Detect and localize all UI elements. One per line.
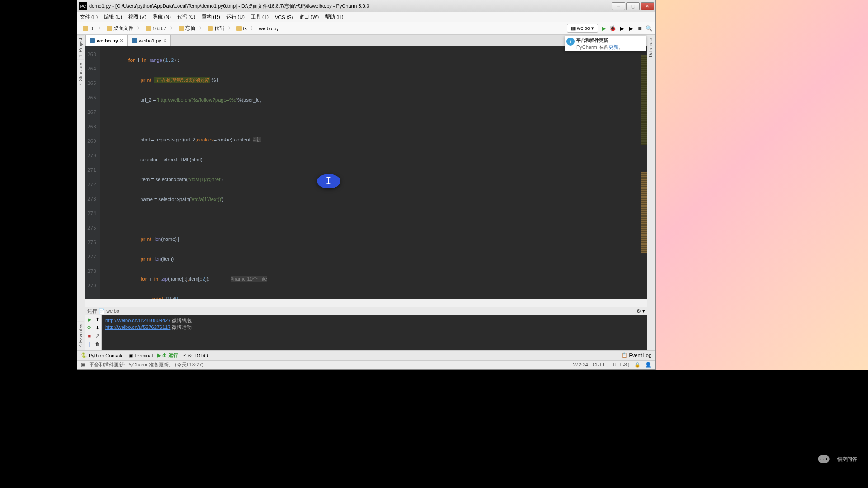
pause-icon[interactable]: ‖ bbox=[85, 340, 94, 348]
line-separator[interactable]: CRLF‡ bbox=[593, 362, 609, 368]
caret-position[interactable]: 272:24 bbox=[573, 362, 588, 368]
run-config-selector[interactable]: ▦ weibo ▾ bbox=[567, 24, 598, 33]
tab-weibo-py[interactable]: weibo.py✕ bbox=[85, 35, 127, 46]
pycharm-window: PC demo1.py - [C:\Users\python\AppData\L… bbox=[77, 0, 656, 370]
menu-bar: 文件 (F) 编辑 (E) 视图 (V) 导航 (N) 代码 (C) 重构 (R… bbox=[77, 12, 655, 22]
crumb-2[interactable]: 16.8.7 bbox=[143, 25, 169, 32]
menu-code[interactable]: 代码 (C) bbox=[177, 14, 195, 20]
terminal-tab[interactable]: ▣Terminal bbox=[128, 352, 153, 358]
up-icon[interactable]: ⬆ bbox=[94, 315, 102, 324]
app-icon: PC bbox=[79, 2, 87, 10]
restart-icon[interactable]: ⟳ bbox=[85, 324, 94, 332]
python-file-icon bbox=[90, 38, 95, 43]
folder-icon bbox=[236, 26, 242, 31]
rerun-icon[interactable]: ▶ bbox=[85, 315, 94, 324]
crumb-3[interactable]: 忘仙 bbox=[176, 24, 198, 33]
run-panel-label: 运行 📄 weibo bbox=[87, 308, 119, 314]
status-message: 平台和插件更新: PyCharm 准备更新。 (今天f 18:27) bbox=[89, 361, 203, 368]
folder-icon bbox=[146, 26, 151, 31]
event-log-tab[interactable]: 📋 Event Log bbox=[621, 352, 651, 358]
folder-icon bbox=[83, 26, 88, 31]
status-bar: ▣ 平台和插件更新: PyCharm 准备更新。 (今天f 18:27) 272… bbox=[77, 360, 655, 369]
structure-tool-tab[interactable]: 7: Structure bbox=[77, 60, 84, 89]
minimize-button[interactable]: ─ bbox=[612, 2, 625, 10]
close-button[interactable]: ✕ bbox=[641, 2, 654, 10]
menu-refactor[interactable]: 重构 (R) bbox=[202, 14, 220, 20]
menu-tools[interactable]: 工具 (T) bbox=[251, 14, 269, 20]
todo-tab[interactable]: ✓6: TODO bbox=[183, 352, 208, 358]
stop-icon[interactable]: ■ bbox=[85, 332, 94, 340]
menu-run[interactable]: 运行 (U) bbox=[226, 14, 245, 20]
title-bar: PC demo1.py - [C:\Users\python\AppData\L… bbox=[77, 0, 655, 12]
navigation-toolbar: D:〉 桌面文件〉 16.8.7〉 忘仙〉 代码〉 tk〉 weibo.py ▦… bbox=[77, 22, 655, 35]
menu-window[interactable]: 窗口 (W) bbox=[299, 14, 319, 20]
run-icon[interactable]: ▶ bbox=[600, 25, 607, 32]
menu-file[interactable]: 文件 (F) bbox=[80, 14, 98, 20]
stop-icon[interactable]: ▶ bbox=[627, 25, 634, 32]
search-icon[interactable]: 🔍 bbox=[645, 25, 652, 32]
folder-icon bbox=[208, 26, 213, 31]
file-encoding[interactable]: UTF-8‡ bbox=[613, 362, 630, 368]
project-tool-tab[interactable]: 1: Project bbox=[77, 35, 84, 60]
lock-icon[interactable]: 🔒 bbox=[634, 362, 641, 368]
down-icon[interactable]: ⬇ bbox=[94, 324, 102, 332]
export-icon[interactable]: ↗ bbox=[94, 332, 102, 340]
python-file-icon bbox=[132, 38, 137, 43]
run-tool-window: 运行 📄 weibo ⚙ ▾ ▶ ⬆ ⟳ ⬇ ■ ↗ ‖ 🗑 http://we… bbox=[85, 307, 647, 350]
status-icon: ▣ bbox=[81, 362, 85, 368]
menu-vcs[interactable]: VCS (S) bbox=[275, 14, 293, 20]
coverage-icon[interactable]: ▶ bbox=[618, 25, 625, 32]
watermark: ⚭ 悟空问答 bbox=[815, 446, 857, 472]
python-console-tab[interactable]: 🐍Python Console bbox=[81, 352, 124, 358]
left-gutter: 1: Project 7: Structure 2: Favorites bbox=[77, 35, 85, 350]
editor-tabs: weibo.py✕ weibo1.py✕ bbox=[85, 35, 647, 46]
run-side-toolbar: ▶ ⬆ ⟳ ⬇ ■ ↗ ‖ 🗑 bbox=[85, 315, 102, 351]
trash-icon[interactable]: 🗑 bbox=[94, 340, 102, 348]
run-tab[interactable]: ▶4: 运行 bbox=[157, 352, 178, 359]
close-tab-icon[interactable]: ✕ bbox=[120, 38, 123, 43]
code-area[interactable]: for i in range(1,2): print '正在处理第%d页的数据'… bbox=[100, 46, 647, 299]
crumb-file[interactable]: weibo.py bbox=[256, 25, 281, 32]
console-output[interactable]: http://weibo.cn/u/2850809427 微博钱包 http:/… bbox=[102, 315, 647, 351]
update-link[interactable]: 更新 bbox=[609, 44, 618, 50]
tab-weibo1-py[interactable]: weibo1.py✕ bbox=[127, 35, 171, 46]
favorites-tool-tab[interactable]: 2: Favorites bbox=[77, 321, 84, 350]
close-tab-icon[interactable]: ✕ bbox=[163, 38, 167, 43]
crumb-5[interactable]: tk bbox=[234, 25, 250, 32]
breadcrumb: D:〉 桌面文件〉 16.8.7〉 忘仙〉 代码〉 tk〉 weibo.py bbox=[80, 24, 282, 33]
error-stripe[interactable] bbox=[641, 46, 647, 299]
code-editor[interactable]: 263264265266 267268269270 271272273274 2… bbox=[85, 46, 647, 299]
bottom-tool-tabs: 🐍Python Console ▣Terminal ▶4: 运行 ✓6: TOD… bbox=[77, 350, 655, 360]
menu-navigate[interactable]: 导航 (N) bbox=[153, 14, 171, 20]
right-gutter: Database bbox=[647, 35, 655, 350]
crumb-4[interactable]: 代码 bbox=[205, 24, 227, 33]
menu-view[interactable]: 视图 (V) bbox=[128, 14, 146, 20]
info-icon: i bbox=[566, 38, 575, 46]
folder-icon bbox=[107, 26, 112, 31]
cursor-highlight-icon: I bbox=[317, 174, 340, 188]
debug-icon[interactable]: 🐞 bbox=[609, 25, 616, 32]
menu-edit[interactable]: 编辑 (E) bbox=[104, 14, 122, 20]
database-tool-tab[interactable]: Database bbox=[647, 35, 654, 60]
menu-help[interactable]: 帮助 (H) bbox=[325, 14, 343, 20]
inspector-icon[interactable]: 👤 bbox=[645, 362, 651, 368]
watermark-icon: ⚭ bbox=[815, 446, 833, 472]
maximize-button[interactable]: ▢ bbox=[626, 2, 640, 10]
crumb-drive[interactable]: D: bbox=[80, 25, 97, 32]
line-gutter: 263264265266 267268269270 271272273274 2… bbox=[85, 46, 100, 299]
more-icon[interactable]: ≡ bbox=[636, 25, 643, 32]
folder-icon bbox=[179, 26, 184, 31]
update-notification[interactable]: i 平台和插件更新 PyCharm 准备更新。 bbox=[565, 36, 646, 51]
settings-icon[interactable]: ⚙ ▾ bbox=[637, 308, 645, 314]
window-title: demo1.py - [C:\Users\python\AppData\Loca… bbox=[89, 3, 612, 9]
crumb-1[interactable]: 桌面文件 bbox=[104, 24, 136, 33]
